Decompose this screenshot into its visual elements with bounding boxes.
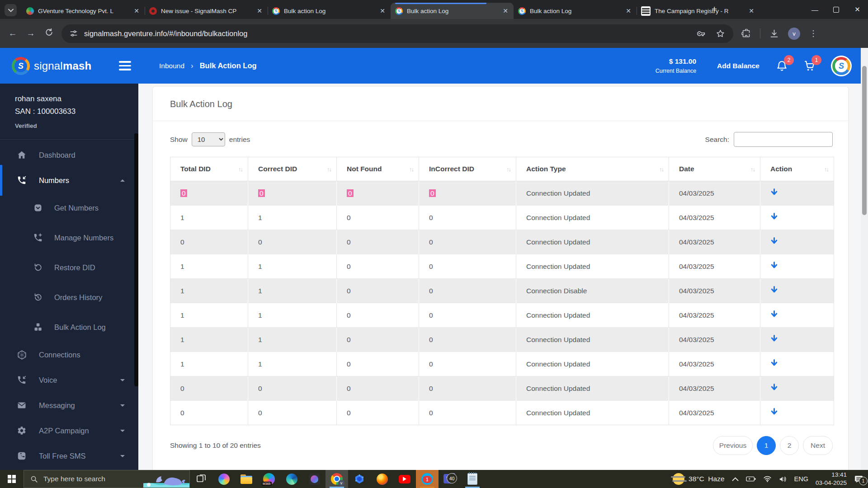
taskbar-chrome[interactable]: v — [326, 470, 348, 488]
sidebar-item-voice[interactable]: Voice — [0, 367, 138, 393]
taskbar-task-view[interactable] — [190, 470, 212, 488]
taskbar-firefox[interactable] — [371, 470, 393, 488]
sort-icons[interactable]: ↑↓ — [750, 166, 755, 173]
sort-icons[interactable]: ↑↓ — [824, 166, 828, 173]
column-header-action-type[interactable]: Action Type ↑↓ — [516, 157, 669, 181]
browser-tab-3[interactable]: S Bulk action Log ✕ — [391, 3, 514, 19]
forward-button[interactable]: → — [22, 28, 40, 38]
browser-tab-1[interactable]: New issue - SignalMash CP ✕ — [145, 3, 268, 19]
column-header-correct-did[interactable]: Correct DID ↑↓ — [248, 157, 337, 181]
column-header-incorrect-did[interactable]: InCorrect DID ↑↓ — [419, 157, 516, 181]
taskbar-m365-copilot[interactable]: M365 — [258, 470, 280, 488]
sidebar-item-toll-free-sms[interactable]: Toll Free SMS — [0, 443, 138, 469]
tab-search-button[interactable] — [5, 4, 17, 16]
pagination-page-1[interactable]: 1 — [757, 436, 776, 455]
notification-center[interactable]: 1 — [854, 475, 863, 483]
tab-close-icon[interactable]: ✕ — [133, 7, 140, 14]
new-tab-button[interactable]: + — [712, 4, 717, 14]
sidebar-item-a2p-campaign[interactable]: A2P Campaign — [0, 418, 138, 443]
sidebar-item-restore-did[interactable]: Restore DID — [0, 253, 138, 282]
profile-avatar[interactable]: v — [788, 28, 800, 40]
bookmark-star-icon[interactable] — [716, 29, 725, 38]
sidebar-item-dashboard[interactable]: Dashboard — [0, 142, 138, 168]
sort-icons[interactable]: ↑↓ — [506, 166, 510, 173]
pagination-next[interactable]: Next — [803, 436, 833, 455]
wifi-icon[interactable] — [763, 476, 772, 482]
start-button[interactable] — [0, 470, 24, 488]
taskbar-notepad[interactable] — [461, 470, 484, 488]
page-scrollbar-thumb[interactable] — [862, 66, 867, 215]
column-header-date[interactable]: Date ↑↓ — [669, 157, 760, 181]
column-header-total-did[interactable]: Total DID ↑↓ — [170, 157, 248, 181]
pagination-page-2[interactable]: 2 — [780, 436, 799, 455]
back-button[interactable]: ← — [4, 28, 22, 38]
row-download-action[interactable] — [760, 401, 834, 425]
add-balance-button[interactable]: Add Balance — [717, 62, 760, 70]
sort-icons[interactable]: ↑↓ — [409, 166, 413, 173]
close-button[interactable]: ✕ — [847, 0, 868, 19]
column-header-action[interactable]: Action ↑↓ — [760, 157, 834, 181]
tab-close-icon[interactable]: ✕ — [748, 7, 755, 14]
sidebar-item-messaging[interactable]: Messaging — [0, 393, 138, 418]
browser-menu-kebab-icon[interactable]: ⋮ — [809, 28, 817, 38]
password-key-icon[interactable] — [696, 29, 706, 38]
sidebar-item-connections[interactable]: Connections — [0, 342, 138, 367]
search-highlight-illustration[interactable] — [143, 470, 189, 488]
sidebar-toggle-hamburger-icon[interactable] — [119, 61, 131, 70]
restore-button[interactable] — [826, 0, 847, 19]
taskbar-copilot[interactable] — [212, 470, 235, 488]
url-bar[interactable]: signalmash.gventure.info/#/inbound/bulka… — [61, 24, 733, 43]
taskbar-photos[interactable] — [303, 470, 326, 488]
row-download-action[interactable] — [760, 376, 834, 401]
taskbar-youtube[interactable] — [393, 470, 416, 488]
row-download-action[interactable] — [760, 303, 834, 328]
account-avatar[interactable]: S — [831, 56, 852, 76]
tab-close-icon[interactable]: ✕ — [625, 7, 632, 14]
browser-tab-2[interactable]: S Bulk action Log ✕ — [268, 3, 391, 19]
sidebar-item-get-numbers[interactable]: Get Numbers — [0, 193, 138, 223]
pagination-previous[interactable]: Previous — [713, 436, 753, 455]
sidebar-item-orders-history[interactable]: Orders History — [0, 282, 138, 312]
tray-expand-chevron-icon[interactable] — [732, 477, 739, 481]
signalmash-logo-icon[interactable]: S — [12, 57, 30, 75]
minimize-button[interactable]: — — [804, 0, 826, 19]
sort-icons[interactable]: ↑↓ — [238, 166, 242, 173]
browser-tab-4[interactable]: S Bulk action Log ✕ — [514, 3, 637, 19]
volume-icon[interactable] — [779, 476, 787, 483]
sort-icons[interactable]: ↑↓ — [659, 166, 663, 173]
reload-button[interactable] — [40, 28, 58, 39]
notifications-bell[interactable]: 2 — [776, 60, 788, 72]
sidebar-item-manage-numbers[interactable]: Manage Numbers — [0, 223, 138, 253]
row-download-action[interactable] — [760, 230, 834, 254]
column-header-not-found[interactable]: Not Found ↑↓ — [337, 157, 419, 181]
browser-tab-0[interactable]: GVenture Technology Pvt. L ✕ — [22, 3, 145, 19]
taskbar-skype[interactable]: S1 — [416, 470, 439, 488]
row-download-action[interactable] — [760, 181, 834, 206]
page-size-select[interactable]: 10 — [192, 132, 225, 146]
taskbar-search[interactable]: Type here to search — [24, 470, 190, 488]
sort-icons[interactable]: ↑↓ — [327, 166, 331, 173]
page-scrollbar[interactable] — [861, 48, 868, 470]
sidebar-item-numbers[interactable]: Numbers — [0, 168, 138, 193]
battery-icon[interactable] — [746, 476, 756, 482]
cart-button[interactable]: 1 — [803, 60, 816, 72]
sidebar-item-bulk-action-log[interactable]: Bulk Action Log — [0, 312, 138, 342]
downloads-icon[interactable] — [769, 29, 779, 38]
taskbar-edge[interactable] — [280, 470, 303, 488]
sidebar-scrollbar[interactable] — [134, 133, 138, 386]
row-download-action[interactable] — [760, 352, 834, 376]
row-download-action[interactable] — [760, 328, 834, 352]
taskbar-hex-app[interactable] — [348, 470, 371, 488]
site-settings-icon[interactable] — [70, 29, 78, 38]
tab-close-icon[interactable]: ✕ — [256, 7, 263, 14]
row-download-action[interactable] — [760, 254, 834, 279]
language-indicator[interactable]: ENG — [794, 475, 808, 483]
row-download-action[interactable] — [760, 206, 834, 230]
browser-tab-5[interactable]: The Campaign Registry - R ✕ — [637, 3, 760, 19]
row-download-action[interactable] — [760, 279, 834, 303]
taskbar-teams[interactable]: T40 — [439, 470, 461, 488]
breadcrumb-parent[interactable]: Inbound — [159, 62, 184, 70]
search-input[interactable] — [734, 132, 833, 147]
tab-close-icon[interactable]: ✕ — [502, 7, 509, 14]
taskbar-file-explorer[interactable] — [235, 470, 258, 488]
